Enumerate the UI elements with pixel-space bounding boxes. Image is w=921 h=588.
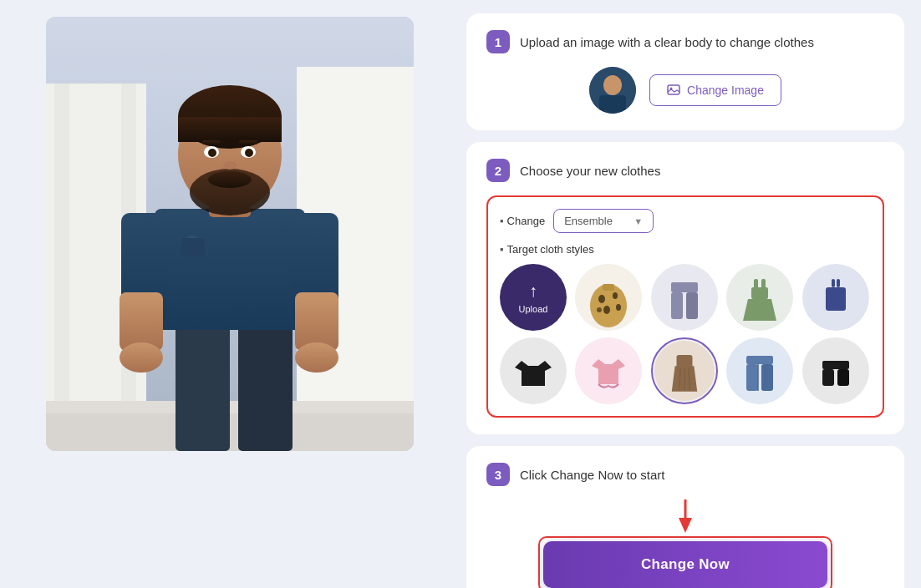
- step1-number: 1: [486, 30, 510, 53]
- svg-rect-66: [761, 364, 773, 391]
- svg-rect-3: [54, 84, 69, 451]
- clothes-grid: ↑ Upload: [500, 264, 871, 404]
- blue-jeans-icon: [726, 337, 793, 404]
- svg-point-24: [208, 149, 216, 157]
- svg-rect-9: [155, 209, 305, 330]
- pink-top-item[interactable]: [575, 337, 642, 404]
- person-photo: [46, 17, 414, 451]
- svg-point-39: [598, 295, 605, 303]
- brown-dress-icon: [653, 337, 716, 404]
- svg-rect-26: [202, 140, 221, 144]
- svg-rect-54: [837, 279, 840, 287]
- avatar: [589, 67, 636, 114]
- svg-rect-46: [671, 292, 683, 319]
- svg-point-21: [208, 171, 252, 188]
- clothes-section: Change Ensemble ▼ Target cloth styles ↑ …: [486, 195, 884, 418]
- green-dress-item[interactable]: [726, 264, 793, 331]
- svg-rect-33: [599, 95, 626, 114]
- svg-point-44: [651, 264, 718, 331]
- change-now-button[interactable]: Change Now: [543, 541, 827, 588]
- upload-label: Upload: [519, 304, 548, 314]
- step3-content: Change Now: [486, 499, 884, 588]
- svg-rect-12: [120, 292, 163, 351]
- step1-content: Change Image: [486, 67, 884, 114]
- svg-point-42: [616, 304, 621, 311]
- svg-rect-8: [238, 317, 293, 451]
- step2-header: 2 Choose your new clothes: [486, 159, 884, 182]
- svg-rect-47: [686, 292, 698, 319]
- step2-title: Choose your new clothes: [520, 164, 660, 178]
- svg-point-68: [802, 337, 869, 404]
- person-image: [46, 17, 414, 451]
- step2-card: 2 Choose your new clothes Change Ensembl…: [466, 142, 904, 434]
- right-panel: 1 Upload an image with a clear body to c…: [460, 0, 921, 588]
- svg-point-40: [613, 292, 618, 299]
- step1-card: 1 Upload an image with a clear body to c…: [466, 13, 904, 130]
- upload-clothing-item[interactable]: ↑ Upload: [500, 264, 567, 331]
- blue-top-icon: [802, 264, 869, 331]
- black-tshirt-icon: [500, 337, 567, 404]
- gray-pants-item[interactable]: [651, 264, 718, 331]
- change-row: Change Ensemble ▼: [500, 209, 871, 233]
- svg-point-32: [603, 75, 622, 95]
- svg-marker-73: [679, 518, 692, 533]
- leopard-skirt-icon: [575, 264, 642, 331]
- black-shorts-icon: [802, 337, 869, 404]
- svg-rect-65: [746, 364, 758, 391]
- step3-number: 3: [486, 463, 510, 486]
- chevron-down-icon: ▼: [634, 216, 643, 226]
- svg-point-28: [223, 161, 237, 170]
- step2-number: 2: [486, 159, 510, 182]
- dropdown-value: Ensemble: [564, 215, 613, 227]
- svg-rect-53: [832, 279, 835, 287]
- change-now-wrapper: Change Now: [538, 499, 832, 588]
- svg-rect-64: [746, 356, 773, 364]
- gray-pants-icon: [651, 264, 718, 331]
- step3-header: 3 Click Change Now to start: [486, 463, 884, 486]
- brown-dress-item[interactable]: [651, 337, 718, 404]
- change-image-label: Change Image: [687, 84, 764, 97]
- step3-card: 3 Click Change Now to start Change Now: [466, 446, 904, 588]
- svg-rect-45: [671, 282, 698, 292]
- pink-top-icon: [575, 337, 642, 404]
- leopard-skirt-item[interactable]: [575, 264, 642, 331]
- blue-jeans-item[interactable]: [726, 337, 793, 404]
- svg-rect-13: [295, 292, 338, 351]
- svg-point-63: [726, 337, 793, 404]
- target-cloth-label: Target cloth styles: [500, 243, 871, 256]
- svg-rect-70: [822, 369, 834, 386]
- svg-rect-71: [837, 369, 849, 386]
- svg-rect-7: [176, 317, 230, 451]
- red-arrow-indicator: [675, 499, 695, 533]
- svg-rect-51: [751, 287, 768, 299]
- svg-rect-30: [181, 238, 205, 256]
- svg-rect-34: [668, 85, 679, 94]
- step1-header: 1 Upload an image with a clear body to c…: [486, 30, 884, 53]
- svg-point-43: [597, 307, 602, 312]
- left-panel: [0, 0, 460, 588]
- step1-title: Upload an image with a clear body to cha…: [520, 35, 814, 49]
- step3-title: Click Change Now to start: [520, 468, 664, 482]
- svg-rect-27: [239, 140, 257, 144]
- black-tshirt-item[interactable]: [500, 337, 567, 404]
- svg-point-41: [603, 306, 610, 314]
- blue-top-item[interactable]: [802, 264, 869, 331]
- svg-rect-55: [826, 287, 846, 311]
- green-dress-icon: [726, 264, 793, 331]
- upload-icon: ↑: [529, 281, 537, 301]
- svg-point-25: [245, 149, 253, 157]
- change-label: Change: [500, 215, 545, 227]
- svg-rect-19: [178, 117, 282, 142]
- svg-rect-69: [822, 361, 849, 369]
- svg-rect-59: [676, 355, 692, 368]
- black-shorts-item[interactable]: [802, 337, 869, 404]
- image-icon: [667, 84, 680, 97]
- svg-rect-38: [603, 284, 614, 291]
- svg-point-15: [295, 342, 338, 373]
- change-image-button[interactable]: Change Image: [649, 74, 781, 106]
- change-now-outline: Change Now: [538, 536, 832, 588]
- ensemble-dropdown[interactable]: Ensemble ▼: [553, 209, 654, 233]
- svg-point-14: [120, 342, 163, 373]
